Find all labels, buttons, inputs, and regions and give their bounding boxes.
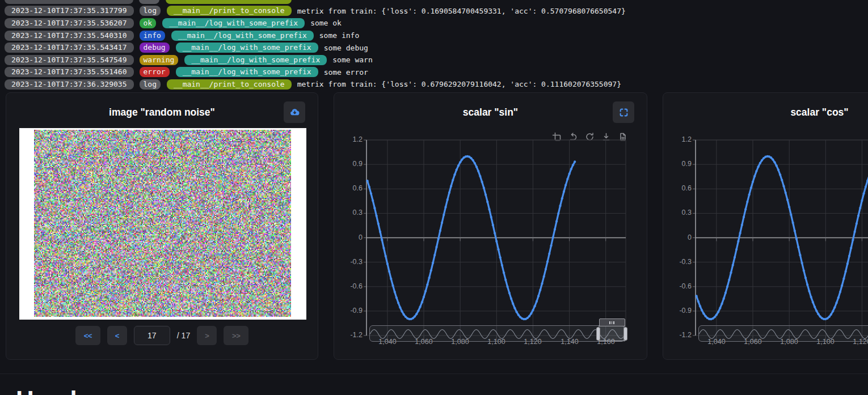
y-tick-label: 0.6 (667, 184, 692, 192)
section-divider (0, 373, 868, 374)
y-tick-label: 0 (338, 233, 363, 241)
module-badge: __main__/log_with_some_prefix (176, 43, 318, 53)
module-badge: __main__/log_with_some_prefix (171, 31, 314, 41)
cards-row: image "random noise" << < / 17 > >> scal… (6, 92, 868, 360)
cos-plot-area[interactable] (696, 140, 868, 335)
timestamp-badge: 2023-12-10T17:37:35.551460 (5, 67, 134, 77)
level-badge: info (140, 31, 165, 41)
y-tick-label: -0.6 (338, 282, 363, 290)
y-tick-label: 0.6 (338, 184, 363, 192)
module-badge: __main__/print_to_console (167, 79, 292, 90)
random-noise-image (19, 128, 306, 320)
y-tick-label: -0.3 (338, 258, 363, 266)
log-message: some ok (310, 19, 342, 27)
log-row: 2023-12-10T17:37:35.540310 info __main__… (5, 29, 868, 42)
cos-card-title: scalar "cos" (663, 107, 868, 118)
log-row: 2023-12-10T17:37:35.317799 log __main__/… (5, 5, 868, 18)
y-tick-label: -0.9 (667, 307, 692, 315)
sin-card-title: scalar "sin" (334, 107, 647, 118)
log-message: some info (319, 31, 359, 40)
y-tick-label: 0.9 (338, 160, 363, 168)
image-card-title: image "random noise" (6, 107, 318, 118)
expand-icon (619, 108, 629, 117)
slider-preview-wave (370, 326, 625, 342)
timestamp-badge: 2023-12-10T17:37:35.317799 (5, 6, 134, 16)
slider-grip[interactable] (599, 318, 625, 326)
timestamp-badge (5, 0, 133, 4)
y-tick-label: -0.6 (667, 282, 692, 290)
module-badge: __main__/log_with_some_prefix (176, 67, 318, 77)
module-badge (166, 0, 292, 4)
timestamp-badge: 2023-12-10T17:37:35.536207 (5, 18, 134, 28)
module-badge: __main__/print_to_console (167, 6, 292, 16)
log-console: 2023-12-10T17:37:35.317799 log __main__/… (0, 0, 868, 91)
module-badge: __main__/log_with_some_prefix (184, 55, 327, 65)
expand-chart-button[interactable] (613, 101, 634, 123)
level-badge: ok (140, 18, 157, 28)
sin-chart-card: scalar "sin" 1.20.90.60.30-0.3-0.6-0.9-1… (334, 92, 647, 360)
module-badge: __main__/log_with_some_prefix (162, 18, 305, 28)
log-message: some warn (332, 56, 372, 64)
log-message: some debug (324, 44, 368, 52)
image-card: image "random noise" << < / 17 > >> (6, 92, 318, 360)
level-badge: log (140, 6, 161, 16)
level-badge (139, 0, 159, 4)
log-message: metrix from train: {'loss': 0.1690584700… (297, 7, 626, 15)
level-badge: error (140, 67, 170, 77)
image-pagination: << < / 17 > >> (6, 326, 318, 345)
y-tick-label: -1.2 (338, 331, 363, 339)
noise-image (34, 130, 291, 317)
log-message: metrix from train: {'loss': 0.6796292079… (297, 80, 621, 88)
y-tick-label: -1.2 (667, 331, 692, 339)
page-number-input[interactable] (134, 326, 170, 345)
timestamp-badge: 2023-12-10T17:37:35.540310 (5, 31, 134, 41)
slider-selection[interactable] (599, 326, 625, 341)
y-tick-label: 1.2 (667, 135, 692, 143)
cloud-download-icon (289, 107, 300, 117)
footer-heading: Head (16, 388, 77, 395)
level-badge: warning (140, 55, 179, 65)
next-page-button[interactable]: > (197, 326, 217, 345)
slider-handle-right[interactable] (623, 327, 627, 341)
slider-handle-left[interactable] (596, 327, 600, 341)
range-slider[interactable] (369, 325, 625, 342)
cos-chart-card: scalar "cos" 1.20.90.60.30-0.3-0.6-0.9-1… (663, 92, 868, 360)
range-slider[interactable] (698, 325, 868, 342)
y-tick-label: -0.3 (667, 258, 692, 266)
y-tick-label: 0.3 (667, 209, 692, 216)
download-image-button[interactable] (284, 101, 305, 123)
y-tick-label: 1.2 (338, 135, 363, 143)
timestamp-badge: 2023-12-10T17:37:36.329035 (5, 79, 134, 90)
log-row: 2023-12-10T17:37:35.547549 warning __mai… (5, 54, 868, 66)
prev-page-button[interactable]: < (107, 326, 127, 345)
y-tick-label: 0.3 (338, 209, 363, 216)
level-badge: log (140, 79, 161, 90)
log-row: 2023-12-10T17:37:36.329035 log __main__/… (5, 78, 868, 91)
y-tick-label: 0.9 (667, 160, 692, 168)
last-page-button[interactable]: >> (224, 326, 248, 345)
y-tick-label: 0 (667, 233, 692, 241)
log-row: 2023-12-10T17:37:35.536207 ok __main__/l… (5, 17, 868, 29)
sin-plot-area[interactable] (366, 140, 626, 335)
y-tick-label: -0.9 (338, 307, 363, 315)
log-row (5, 0, 868, 5)
timestamp-badge: 2023-12-10T17:37:35.547549 (5, 55, 134, 65)
slider-preview-wave (699, 326, 868, 342)
log-message: some error (324, 68, 368, 77)
level-badge: debug (140, 43, 170, 53)
timestamp-badge: 2023-12-10T17:37:35.543417 (5, 43, 134, 53)
first-page-button[interactable]: << (75, 326, 100, 345)
log-row: 2023-12-10T17:37:35.543417 debug __main_… (5, 41, 868, 54)
page-total-label: / 17 (177, 331, 190, 340)
log-row: 2023-12-10T17:37:35.551460 error __main_… (5, 66, 868, 79)
